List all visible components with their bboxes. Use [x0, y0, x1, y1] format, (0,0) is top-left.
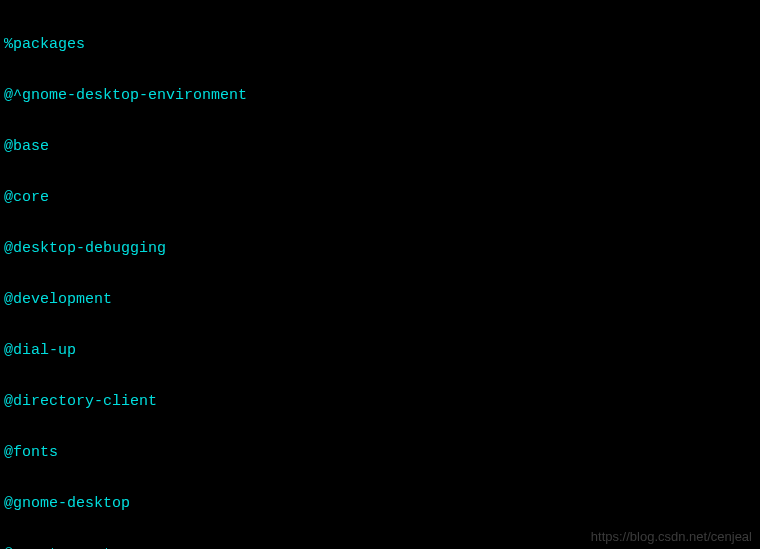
terminal-line: @desktop-debugging: [4, 240, 756, 257]
terminal-line: %packages: [4, 36, 756, 53]
terminal-line: @dial-up: [4, 342, 756, 359]
watermark: https://blog.csdn.net/cenjeal: [591, 528, 752, 545]
terminal-output: %packages @^gnome-desktop-environment @b…: [4, 2, 756, 549]
terminal-line: @gnome-desktop: [4, 495, 756, 512]
terminal-line: @directory-client: [4, 393, 756, 410]
terminal-line: @fonts: [4, 444, 756, 461]
terminal-line: @development: [4, 291, 756, 308]
terminal-line: @core: [4, 189, 756, 206]
terminal-line: @^gnome-desktop-environment: [4, 87, 756, 104]
terminal-line: @base: [4, 138, 756, 155]
